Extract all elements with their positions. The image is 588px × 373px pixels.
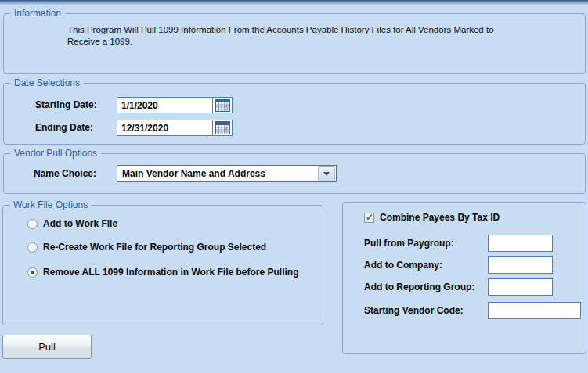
add-to-company-label: Add to Company:	[364, 256, 442, 274]
date-selections-group: Date Selections Starting Date: Ending Da…	[3, 83, 586, 145]
name-choice-dropdown[interactable]: Main Vendor Name and Address	[117, 165, 337, 182]
vendor-pull-options-group-title: Vendor Pull Options	[10, 147, 101, 160]
work-file-options-group-title: Work File Options	[9, 199, 92, 211]
starting-date-label: Starting Date:	[35, 96, 97, 113]
information-group-title: Information	[10, 7, 65, 20]
combine-payees-label: Combine Payees By Tax ID	[380, 212, 500, 223]
ending-date-input[interactable]	[117, 123, 212, 134]
ending-date-calendar-button[interactable]	[212, 120, 232, 135]
radio-option-label: Add to Work File	[43, 218, 117, 229]
radio-option-add-to-work-file[interactable]: Add to Work File	[27, 217, 117, 230]
chevron-down-icon	[323, 172, 330, 176]
work-file-options-group: Work File Options Add to Work File Re-Cr…	[2, 205, 323, 325]
radio-option-remove-all-1099[interactable]: Remove ALL 1099 Information in Work File…	[27, 266, 299, 278]
radio-option-recreate-work-file[interactable]: Re-Create Work File for Reporting Group …	[27, 241, 266, 253]
add-to-reporting-group-label: Add to Reporting Group:	[364, 278, 474, 296]
information-group: Information This Program Will Pull 1099 …	[3, 13, 586, 74]
window-top-bar	[0, 0, 588, 5]
pull-from-paygroup-label: Pull from Paygroup:	[364, 235, 454, 252]
calendar-icon	[215, 99, 230, 112]
ending-date-label: Ending Date:	[35, 119, 93, 136]
radio-option-label: Remove ALL 1099 Information in Work File…	[43, 267, 299, 278]
pull-settings-panel: Combine Payees By Tax ID Pull from Paygr…	[342, 202, 586, 354]
radio-button-icon[interactable]	[27, 219, 38, 229]
starting-date-input[interactable]	[117, 100, 212, 111]
combine-payees-checkbox-box[interactable]	[364, 213, 374, 223]
radio-option-label: Re-Create Work File for Reporting Group …	[43, 242, 266, 253]
starting-date-field[interactable]	[117, 97, 233, 113]
starting-date-calendar-button[interactable]	[212, 98, 232, 113]
pull-button[interactable]: Pull	[2, 335, 92, 359]
starting-vendor-code-label: Starting Vendor Code:	[364, 302, 464, 319]
starting-vendor-code-input[interactable]	[488, 302, 581, 319]
pull-from-paygroup-input[interactable]	[488, 235, 553, 252]
vendor-pull-options-group: Vendor Pull Options Name Choice: Main Ve…	[3, 153, 586, 194]
radio-button-icon[interactable]	[27, 242, 38, 253]
add-to-reporting-group-input[interactable]	[488, 278, 553, 296]
add-to-company-input[interactable]	[488, 256, 553, 274]
date-selections-group-title: Date Selections	[10, 77, 84, 89]
information-text: This Program Will Pull 1099 Information …	[67, 24, 525, 48]
name-choice-label: Name Choice:	[34, 165, 96, 182]
name-choice-dropdown-button[interactable]	[318, 166, 335, 181]
pull-1099-form: { "colors": { "background": "#C8DCF4", "…	[0, 0, 588, 373]
ending-date-field[interactable]	[117, 120, 233, 136]
calendar-icon	[215, 121, 230, 134]
name-choice-selected-value: Main Vendor Name and Address	[117, 168, 317, 179]
radio-button-icon[interactable]	[27, 267, 38, 278]
combine-payees-checkbox[interactable]: Combine Payees By Tax ID	[364, 212, 500, 223]
